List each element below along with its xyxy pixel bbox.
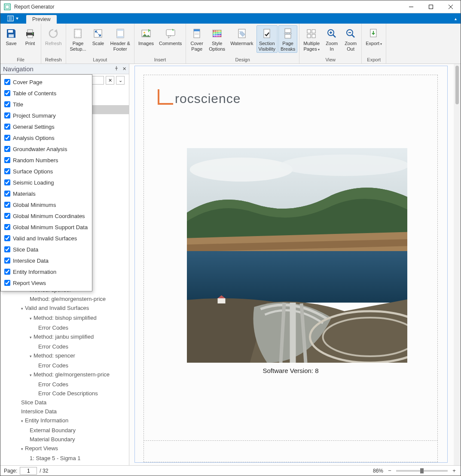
visibility-check-item[interactable]: Groundwater Analysis [4, 143, 88, 155]
styleoptions-button[interactable]: StyleOptions [207, 25, 227, 53]
visibility-check-item[interactable]: Global Minimums [4, 199, 88, 210]
maximize-button[interactable] [421, 0, 441, 13]
svg-rect-61 [307, 30, 311, 33]
visibility-check-item[interactable]: General Settings [4, 121, 88, 132]
nav-tree-item[interactable]: Method: janbu simplified [12, 332, 129, 342]
visibility-checkbox[interactable] [4, 168, 10, 174]
visibility-checkbox[interactable] [4, 280, 10, 286]
visibility-checkbox[interactable] [4, 90, 10, 96]
zoomin-button[interactable]: ZoomIn [323, 25, 341, 53]
visibility-checkbox[interactable] [4, 246, 10, 252]
nav-tree-item[interactable]: Method: spencer [12, 351, 129, 361]
tab-preview[interactable]: Preview [26, 15, 57, 24]
zoom-out-button[interactable]: − [387, 467, 393, 474]
close-panel-icon[interactable]: ✕ [122, 66, 126, 72]
nav-tree-item[interactable]: Slice Data [12, 398, 129, 407]
nav-tree-item[interactable]: Error Codes [12, 380, 129, 389]
visibility-check-item[interactable]: Interslice Data [4, 255, 88, 266]
zoomin-icon [325, 27, 339, 40]
zoomout-button[interactable]: ZoomOut [342, 25, 360, 53]
file-menu-icon[interactable] [0, 13, 26, 24]
visibility-checkbox[interactable] [4, 135, 10, 141]
visibility-check-label: Random Numbers [13, 157, 58, 164]
visibility-checkbox[interactable] [4, 157, 10, 163]
nav-tree-item[interactable]: Interslice Data [12, 407, 129, 416]
vertical-scrollbar[interactable] [454, 64, 461, 465]
refresh-button: Refresh [43, 25, 64, 48]
nav-tree-item[interactable]: Error Code Descriptions [12, 389, 129, 398]
ribbon: SavePrintFileRefreshRefreshPageSetup...S… [0, 24, 461, 64]
nav-tree-item[interactable]: 2: Stage 4 - Sigma 1 [12, 463, 129, 465]
images-button[interactable]: Images [136, 25, 156, 48]
svg-rect-49 [218, 34, 220, 35]
nav-tree-item[interactable]: 1: Stage 5 - Sigma 1 [12, 454, 129, 463]
zoom-percent: 86% [373, 468, 383, 474]
visibility-check-item[interactable]: Table of Contents [4, 88, 88, 99]
nav-tree-item[interactable]: External Boundary [12, 426, 129, 435]
visibility-check-item[interactable]: Random Numbers [4, 155, 88, 166]
nav-tree-item[interactable]: Method: gle/morgenstern-price [12, 294, 129, 303]
comments-button[interactable]: Comments [157, 25, 184, 48]
visibility-check-item[interactable]: Title [4, 99, 88, 110]
ribbon-group-label: Insert [134, 56, 186, 64]
visibility-checkbox[interactable] [4, 224, 10, 230]
visibility-check-item[interactable]: Slice Data [4, 244, 88, 255]
visibility-checkbox[interactable] [4, 235, 10, 241]
visibility-checkbox[interactable] [4, 191, 10, 197]
visibility-checkbox[interactable] [4, 213, 10, 219]
print-button[interactable]: Print [21, 25, 39, 48]
nav-tree-item[interactable]: Method: gle/morgenstern-price [12, 370, 129, 380]
pagesetup-icon [71, 27, 85, 40]
svg-rect-48 [217, 34, 218, 35]
visibility-check-item[interactable]: Analysis Options [4, 132, 88, 143]
collapse-ribbon-icon[interactable]: ▴ [450, 13, 461, 24]
multipages-button[interactable]: MultiplePages ▾ [301, 25, 322, 53]
visibility-check-item[interactable]: Surface Options [4, 166, 88, 177]
nav-tree-item[interactable]: Report Views [12, 444, 129, 454]
nav-tree-item[interactable]: Material Boundary [12, 435, 129, 444]
headerfooter-button[interactable]: Header &Footer [108, 25, 132, 53]
sectionvis-button[interactable]: SectionVisibility [256, 25, 278, 53]
svg-rect-58 [285, 29, 291, 33]
nav-tree-item[interactable]: Method: bishop simplified [12, 313, 129, 323]
visibility-check-item[interactable]: Report Views [4, 277, 88, 288]
visibility-checkbox[interactable] [4, 146, 10, 152]
visibility-check-item[interactable]: Seismic Loading [4, 177, 88, 188]
coverpage-button[interactable]: CoverPage [188, 25, 206, 53]
nav-tree-item[interactable]: Valid and Invalid Surfaces [12, 303, 129, 313]
svg-rect-37 [215, 30, 216, 32]
zoom-in-button[interactable]: + [451, 467, 457, 474]
pagebreaks-button[interactable]: PageBreaks [278, 25, 297, 53]
save-button[interactable]: Save [2, 25, 20, 48]
nav-tree-item[interactable]: Entity Information [12, 416, 129, 426]
visibility-check-label: Project Summary [13, 112, 56, 119]
watermark-button[interactable]: Watermark [228, 25, 255, 48]
visibility-checkbox[interactable] [4, 101, 10, 107]
pagesetup-button[interactable]: PageSetup... [68, 25, 89, 53]
nav-tree-item[interactable]: Error Codes [12, 361, 129, 370]
visibility-check-item[interactable]: Valid and Invalid Surfaces [4, 233, 88, 244]
zoom-slider[interactable] [396, 470, 448, 472]
visibility-check-item[interactable]: Cover Page [4, 76, 88, 88]
visibility-checkbox[interactable] [4, 112, 10, 118]
visibility-checkbox[interactable] [4, 179, 10, 185]
visibility-check-item[interactable]: Materials [4, 188, 88, 199]
visibility-checkbox[interactable] [4, 269, 10, 275]
minimize-button[interactable] [401, 0, 421, 13]
visibility-check-item[interactable]: Global Minimum Coordinates [4, 210, 88, 221]
page-number-input[interactable] [20, 467, 37, 475]
export-button[interactable]: Export ▾ [363, 25, 384, 48]
nav-tree-item[interactable]: Error Codes [12, 323, 129, 332]
visibility-check-item[interactable]: Entity Information [4, 266, 88, 277]
nav-tree-item[interactable]: Error Codes [12, 342, 129, 351]
visibility-checkbox[interactable] [4, 202, 10, 208]
scale-button[interactable]: Scale [89, 25, 107, 48]
visibility-check-item[interactable]: Global Minimum Support Data [4, 221, 88, 233]
close-button[interactable] [441, 0, 461, 13]
visibility-checkbox[interactable] [4, 124, 10, 130]
visibility-checkbox[interactable] [4, 79, 10, 85]
svg-rect-39 [218, 30, 220, 32]
visibility-checkbox[interactable] [4, 258, 10, 264]
pin-icon[interactable] [114, 66, 119, 72]
visibility-check-item[interactable]: Project Summary [4, 110, 88, 121]
